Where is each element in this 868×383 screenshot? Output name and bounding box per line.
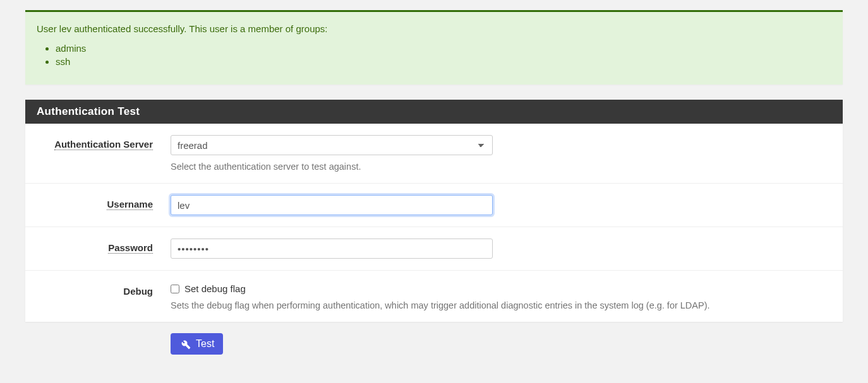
row-debug: Debug Set debug flag Sets the debug flag… <box>25 271 843 322</box>
footer-row: Test <box>25 322 843 380</box>
auth-server-select[interactable]: freerad <box>171 135 493 155</box>
password-input[interactable] <box>171 239 493 259</box>
auth-server-label: Authentication Server <box>25 135 171 150</box>
username-control <box>171 195 843 215</box>
alert-group-list: admins ssh <box>56 43 831 67</box>
password-label-text: Password <box>108 242 153 254</box>
debug-checkbox-line[interactable]: Set debug flag <box>171 282 824 294</box>
debug-checkbox-label: Set debug flag <box>184 283 246 294</box>
page-root: User lev authenticated successfully. Thi… <box>0 10 868 383</box>
debug-control: Set debug flag Sets the debug flag when … <box>171 282 843 310</box>
row-auth-server: Authentication Server freerad Select the… <box>25 124 843 184</box>
row-username: Username <box>25 184 843 227</box>
debug-checkbox[interactable] <box>171 285 179 293</box>
auth-server-label-text: Authentication Server <box>54 139 153 150</box>
panel-title: Authentication Test <box>25 100 843 124</box>
username-label: Username <box>25 195 171 209</box>
password-label: Password <box>25 239 171 253</box>
wrench-icon <box>179 338 191 350</box>
panel-body: Authentication Server freerad Select the… <box>25 124 843 322</box>
test-button[interactable]: Test <box>171 333 223 355</box>
debug-help: Sets the debug flag when performing auth… <box>171 300 824 310</box>
alert-group-item: admins <box>56 43 831 54</box>
alert-message: User lev authenticated successfully. Thi… <box>37 23 831 34</box>
username-label-text: Username <box>107 199 153 210</box>
auth-server-help: Select the authentication server to test… <box>171 162 824 172</box>
row-password: Password <box>25 227 843 271</box>
success-alert: User lev authenticated successfully. Thi… <box>25 10 843 85</box>
username-input[interactable] <box>171 195 493 215</box>
auth-test-panel: Authentication Test Authentication Serve… <box>25 100 843 322</box>
debug-label: Debug <box>25 282 171 297</box>
test-button-label: Test <box>196 338 214 350</box>
password-control <box>171 239 843 259</box>
debug-label-text: Debug <box>123 286 153 297</box>
auth-server-control: freerad Select the authentication server… <box>171 135 843 172</box>
alert-group-item: ssh <box>56 56 831 67</box>
